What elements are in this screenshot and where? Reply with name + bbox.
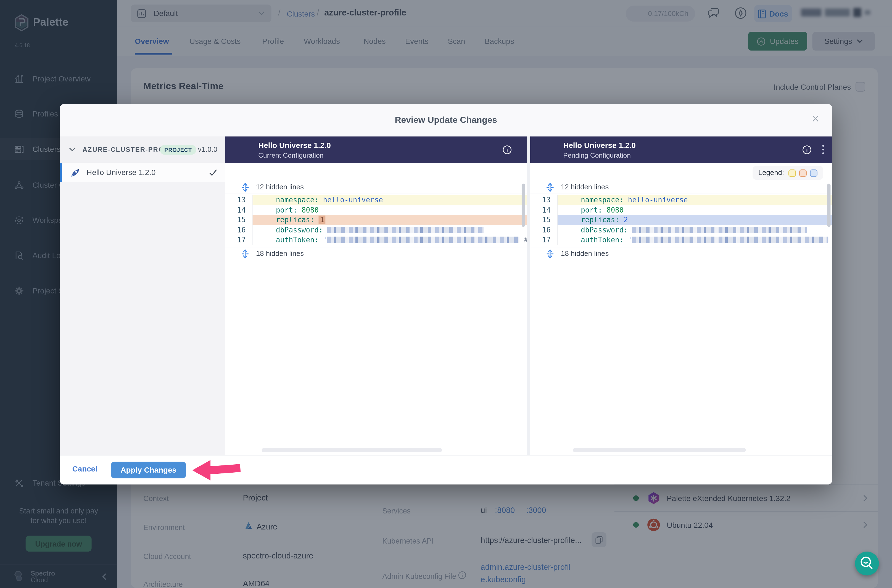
diff-line-17: 17 authToken: ' # Ad: [530, 235, 832, 245]
horizontal-scrollbar[interactable]: [262, 448, 442, 452]
diff-legend: Legend:: [752, 166, 823, 179]
profile-panel: AZURE-CLUSTER-PROFILE PROJECT v1.0.0 Hel…: [60, 136, 225, 455]
redacted-value: [632, 226, 807, 233]
diff-line-14: 14 port: 8080: [225, 205, 527, 215]
diff-header-current: Hello Universe 1.2.0 Current Configurati…: [225, 136, 527, 163]
legend-removed-chip: [799, 169, 807, 177]
close-icon[interactable]: ×: [812, 111, 819, 126]
diff-header-pending: Hello Universe 1.2.0 Pending Configurati…: [530, 136, 832, 163]
divider: [530, 193, 832, 193]
diff-pack-title: Hello Universe 1.2.0: [563, 141, 636, 150]
diff-subtitle: Current Configuration: [258, 151, 323, 159]
annotation-arrow: [188, 456, 245, 485]
divider: [225, 247, 527, 248]
redacted-value: [327, 237, 520, 243]
pack-name: Hello Universe 1.2.0: [86, 168, 155, 177]
selected-indicator: [60, 163, 62, 182]
hidden-lines-expander[interactable]: 12 hidden lines: [546, 182, 609, 192]
profile-version: v1.0.0: [198, 146, 217, 153]
diff-line-13: 13 namespace: hello-universe: [530, 195, 832, 205]
help-search-fab[interactable]: [855, 552, 879, 576]
hidden-lines-expander[interactable]: 18 hidden lines: [241, 249, 304, 259]
unfold-icon: [546, 249, 554, 258]
apply-changes-button[interactable]: Apply Changes: [111, 462, 186, 478]
diff-code-pending: Legend: 12 hidden lines 13 namespace: he…: [530, 163, 832, 455]
divider: [225, 193, 527, 193]
diff-panel-divider: [527, 136, 530, 455]
cancel-button[interactable]: Cancel: [72, 465, 98, 473]
vertical-scrollbar[interactable]: [827, 184, 830, 227]
profile-scope-badge: PROJECT: [160, 145, 197, 154]
pack-list-item-selected[interactable]: Hello Universe 1.2.0: [60, 163, 225, 182]
modal-title: Review Update Changes: [60, 115, 832, 125]
redacted-value: [632, 237, 829, 243]
modal-titlebar: Review Update Changes ×: [60, 104, 832, 136]
unfold-icon: [241, 182, 249, 192]
vertical-scrollbar[interactable]: [522, 184, 525, 227]
redacted-value: [327, 226, 484, 233]
review-update-changes-modal: Review Update Changes × AZURE-CLUSTER-PR…: [60, 104, 832, 484]
unfold-icon: [241, 249, 249, 258]
diff-line-13: 13 namespace: hello-universe: [225, 195, 527, 205]
diff-line-16: 16 dbPassword:: [530, 225, 832, 235]
info-icon[interactable]: [802, 145, 812, 154]
hello-universe-pack-icon: [70, 167, 81, 178]
diff-line-15: 15 replicas: 1: [225, 215, 527, 225]
kebab-menu-icon[interactable]: [822, 144, 824, 154]
diff-line-16: 16 dbPassword:: [225, 225, 527, 235]
hidden-lines-expander[interactable]: 18 hidden lines: [546, 249, 609, 259]
horizontal-scrollbar[interactable]: [573, 448, 746, 452]
unfold-icon: [546, 182, 554, 192]
profile-panel-header[interactable]: AZURE-CLUSTER-PROFILE PROJECT v1.0.0: [60, 136, 225, 163]
diff-code-current: 12 hidden lines 13 namespace: hello-univ…: [225, 163, 527, 455]
legend-modified-chip: [788, 169, 796, 177]
check-icon: [209, 169, 217, 176]
diff-line-15: 15 replicas: 2: [530, 215, 832, 225]
palette-app: Palette 4.6.18 Project Overview Profiles: [0, 0, 892, 588]
diff-pack-title: Hello Universe 1.2.0: [258, 141, 331, 150]
chevron-down-icon: [69, 147, 76, 152]
diff-line-14: 14 port: 8080: [530, 205, 832, 215]
divider: [530, 247, 832, 248]
legend-added-chip: [810, 169, 818, 177]
diff-subtitle: Pending Configuration: [563, 151, 631, 159]
modal-footer: Cancel Apply Changes: [60, 455, 832, 484]
hidden-lines-expander[interactable]: 12 hidden lines: [241, 182, 304, 192]
info-icon[interactable]: [502, 145, 512, 154]
diff-line-17: 17 authToken: ' #: [225, 235, 527, 245]
